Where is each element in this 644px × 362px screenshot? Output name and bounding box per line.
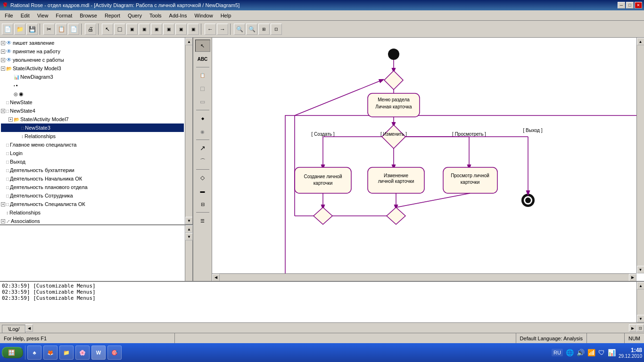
tree-item[interactable]: •• xyxy=(1,81,184,90)
tree-item[interactable]: □Деятельность Начальника ОК xyxy=(1,174,184,183)
tree-item[interactable]: ◎◉ xyxy=(1,90,184,98)
tool-text[interactable]: ABC xyxy=(195,53,210,65)
toolbar-b7[interactable]: ⊡ xyxy=(271,24,282,35)
maximize-button[interactable]: □ xyxy=(626,2,634,8)
tree-item[interactable]: □NewState xyxy=(1,98,184,107)
tree-item[interactable]: +📂State/Activity Model3 xyxy=(1,64,184,73)
toolbar-b2[interactable]: ▣ xyxy=(139,24,150,35)
log-scrollbar[interactable]: ▲ ▼ xyxy=(636,282,644,322)
log-hscroll-left[interactable]: ◀ xyxy=(25,324,33,332)
diagram-scroll-up[interactable]: ▲ xyxy=(637,38,644,45)
menu-tools[interactable]: Tools xyxy=(146,12,165,19)
tree-item[interactable]: □Выход xyxy=(1,157,184,166)
toolbar-cut[interactable]: ✂ xyxy=(43,24,55,35)
tree-item[interactable]: ↕Relationships xyxy=(1,208,184,217)
tool-note[interactable]: 📋 xyxy=(195,69,210,82)
toolbar-fit[interactable]: ⊞ xyxy=(258,24,270,35)
taskbar-app-2[interactable]: 🦊 xyxy=(43,346,58,360)
log-scroll-track[interactable] xyxy=(637,289,644,315)
tool-options[interactable]: ☰ xyxy=(195,214,210,227)
diagram-scroll-down[interactable]: ▼ xyxy=(637,266,644,273)
tree-item[interactable]: +👁принятие на работу xyxy=(1,47,184,56)
diagram-scroll-left[interactable]: ◀ xyxy=(212,274,220,281)
toolbar-copy[interactable]: 📋 xyxy=(56,24,67,35)
tree-item[interactable]: +⤢Associations xyxy=(1,217,184,224)
toolbar-rect[interactable]: □ xyxy=(114,24,125,35)
taskbar-app-4[interactable]: 🌸 xyxy=(75,346,90,360)
menu-window[interactable]: Window xyxy=(191,12,217,19)
tool-state[interactable]: ◆ xyxy=(195,112,210,124)
prop-scroll-down[interactable]: ▼ xyxy=(185,233,193,240)
tree-item[interactable]: ↕Relationships xyxy=(1,132,184,140)
menu-query[interactable]: Query xyxy=(124,12,146,19)
toolbar-save[interactable]: 💾 xyxy=(26,24,38,35)
tool-transition[interactable]: ↗ xyxy=(195,142,210,154)
tree-item[interactable]: 📊NewDiagram3 xyxy=(1,73,184,81)
menu-report[interactable]: Report xyxy=(101,12,124,19)
toolbar-print[interactable]: 🖨 xyxy=(85,24,96,35)
tree-scroll-track[interactable] xyxy=(185,45,192,217)
toolbar-b3[interactable]: ▣ xyxy=(151,24,162,35)
tree-item[interactable]: +□Деятельность Специалиста ОК xyxy=(1,200,184,208)
log-hscroll[interactable]: ◀ ▶ ⊡ xyxy=(25,323,644,333)
tree-view[interactable]: +👁пишет заявление+👁принятие на работу+👁у… xyxy=(0,38,185,224)
tree-scrollbar[interactable]: ▲ ▼ xyxy=(185,38,192,224)
menu-addins[interactable]: Add-Ins xyxy=(165,12,191,19)
menu-edit[interactable]: Edit xyxy=(17,12,33,19)
taskbar-app-1[interactable]: ♣ xyxy=(27,346,41,360)
tree-item[interactable]: □Деятельность Сотрудника xyxy=(1,191,184,200)
diagram-scrollbar-h[interactable]: ◀ ▶ xyxy=(212,273,636,281)
tool-activity[interactable]: ◉ xyxy=(195,125,210,138)
tree-item[interactable]: □Деятельность бухгалтерии xyxy=(1,166,184,174)
taskbar-app-5[interactable]: W xyxy=(91,346,106,360)
diagram-scrollbar-v[interactable]: ▲ ▼ xyxy=(636,38,644,273)
menu-browse[interactable]: Browse xyxy=(76,12,101,19)
toolbar-b6[interactable]: ▣ xyxy=(188,24,199,35)
tree-item[interactable]: □Login xyxy=(1,149,184,157)
toolbar-paste[interactable]: 📄 xyxy=(68,24,79,35)
tool-select[interactable]: ↖ xyxy=(195,40,210,52)
taskbar-clock[interactable]: 1:48 29.12.2010 xyxy=(619,347,642,359)
log-hscroll-right[interactable]: ▶ xyxy=(629,324,636,332)
tool-arc[interactable]: ⌒ xyxy=(195,155,210,167)
tool-rounded[interactable]: ▭ xyxy=(195,96,210,108)
log-tab[interactable]: \Log/ xyxy=(2,325,25,333)
diagram-scroll-right[interactable]: ▶ xyxy=(629,274,636,281)
close-button[interactable]: ✕ xyxy=(635,2,642,8)
toolbar-open[interactable]: 📁 xyxy=(14,24,25,35)
tree-scroll-down[interactable]: ▼ xyxy=(185,217,192,224)
start-button[interactable]: 🪟 xyxy=(2,347,23,358)
taskbar-app-3[interactable]: 📁 xyxy=(59,346,74,360)
toolbar-b5[interactable]: ▣ xyxy=(175,24,187,35)
tree-scroll-up[interactable]: ▲ xyxy=(185,38,192,45)
toolbar-cursor[interactable]: ↖ xyxy=(102,24,113,35)
menu-view[interactable]: View xyxy=(33,12,52,19)
toolbar-b4[interactable]: ▣ xyxy=(163,24,174,35)
minimize-button[interactable]: ─ xyxy=(618,2,625,8)
log-corner[interactable]: ⊡ xyxy=(636,324,644,332)
toolbar-zoom-in[interactable]: 🔍 xyxy=(234,24,245,35)
tool-bar[interactable]: ▬ xyxy=(195,185,210,197)
log-scroll-down[interactable]: ▼ xyxy=(637,315,644,322)
log-scroll-up[interactable]: ▲ xyxy=(637,282,644,289)
prop-scroll-up[interactable]: ▲ xyxy=(185,225,193,233)
menu-help[interactable]: Help xyxy=(217,12,235,19)
tool-swimlane[interactable]: ⊟ xyxy=(195,198,210,210)
tree-item[interactable]: +👁пишет заявление xyxy=(1,39,184,47)
toolbar-zoom-out[interactable]: 🔍 xyxy=(246,24,257,35)
menu-format[interactable]: Format xyxy=(52,12,76,19)
tree-item[interactable]: □Главное меню специалиста xyxy=(1,140,184,149)
menu-file[interactable]: File xyxy=(1,12,17,19)
toolbar-forward[interactable]: → xyxy=(217,24,228,35)
title-bar-controls[interactable]: ─ □ ✕ xyxy=(618,2,642,8)
tree-item[interactable]: +📂State/Activity Model7 xyxy=(1,115,184,123)
tree-item[interactable]: +□NewState4 xyxy=(1,107,184,115)
tool-diamond[interactable]: ◇ xyxy=(195,172,210,184)
tree-item[interactable]: □NewState3 xyxy=(1,123,184,132)
toolbar-new[interactable]: 📄 xyxy=(2,24,13,35)
tree-item[interactable]: □Деятельность планового отдела xyxy=(1,183,184,191)
tree-item[interactable]: +👁увольнение с работы xyxy=(1,56,184,64)
property-scrollbar[interactable]: ▲ ▼ xyxy=(185,225,192,281)
diagram-area[interactable]: Меню раздела Личная карточка [ Создать ]… xyxy=(212,38,644,281)
toolbar-back[interactable]: ← xyxy=(205,24,216,35)
